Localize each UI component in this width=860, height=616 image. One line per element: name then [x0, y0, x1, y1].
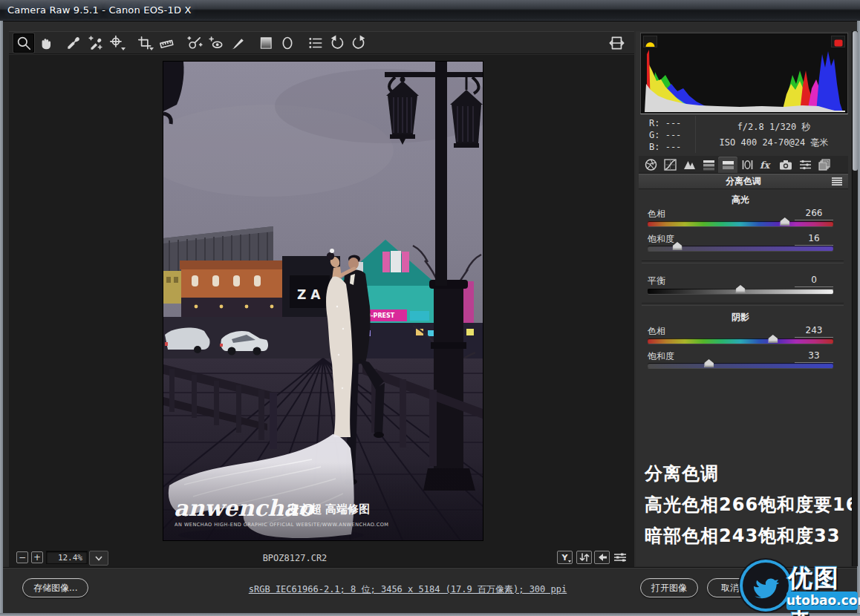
rgb-r: R: ---: [649, 117, 681, 129]
rotate-right-tool[interactable]: [348, 33, 369, 53]
highlight-hue-slider[interactable]: [648, 221, 833, 226]
utobao-bird-logo: [743, 563, 789, 609]
tab-presets[interactable]: [795, 157, 815, 173]
shadows-section-label: 阴影: [648, 311, 833, 324]
ruler-icon: [158, 35, 175, 51]
radial-filter-icon: [279, 35, 296, 51]
presets-icon: [798, 158, 812, 171]
tab-tone-curve[interactable]: [660, 157, 680, 173]
zoom-in-button[interactable]: +: [31, 551, 43, 563]
shadow-hue-slider[interactable]: [648, 338, 833, 344]
tab-split-toning[interactable]: [718, 157, 737, 173]
radial-filter-tool[interactable]: [277, 33, 298, 53]
red-eye-icon: [208, 35, 224, 51]
slider-value-field[interactable]: 33: [795, 350, 833, 363]
workflow-options-link[interactable]: sRGB IEC61966-2.1; 8 位; 3456 x 5184 (17.…: [249, 583, 567, 596]
zara-sign-text: ZA: [297, 287, 325, 302]
slider-value-field[interactable]: 0: [795, 275, 833, 287]
preferences-tool[interactable]: [305, 33, 326, 53]
snapshots-icon: [818, 158, 832, 171]
slider-value-field[interactable]: 16: [795, 233, 833, 246]
basic-aperture-icon: [644, 158, 658, 171]
adjustment-brush-tool[interactable]: [227, 33, 248, 53]
image-preview-area[interactable]: ZA WOOD-PREST: [9, 55, 634, 549]
panel-title: 分离色调: [639, 174, 848, 189]
window-border-bottom: [0, 613, 860, 616]
wedding-photo: ZA WOOD-PREST: [163, 62, 483, 540]
slider-label: 平衡: [648, 275, 665, 287]
exposure-line-1: f/2.8 1/320 秒: [704, 119, 844, 135]
annotation-line-3: 暗部色相243饱和度33: [645, 524, 841, 548]
slider-label: 饱和度: [648, 233, 674, 246]
highlight-clipping-button[interactable]: [831, 36, 845, 47]
zoom-level-caret[interactable]: [89, 551, 108, 566]
slider-value-field[interactable]: 266: [795, 208, 833, 220]
arrow-left-icon: [597, 553, 607, 562]
panel-scrollbar[interactable]: [852, 31, 858, 566]
preview-mode-button[interactable]: Y: [557, 551, 573, 564]
window-border-left: [0, 21, 3, 616]
rotate-left-tool[interactable]: [327, 33, 348, 53]
shadow-clipping-button[interactable]: [643, 36, 657, 47]
tab-snapshots[interactable]: [815, 157, 834, 173]
highlight-saturation-slider[interactable]: [648, 246, 833, 251]
hand-tool[interactable]: [35, 33, 56, 53]
tone-curve-icon: [663, 158, 677, 171]
highlights-section-label: 高光: [648, 194, 833, 206]
graduated-filter-tool[interactable]: [255, 33, 276, 53]
rotate-cw-icon: [351, 35, 367, 51]
group-separator: [642, 261, 844, 263]
rotate-ccw-icon: [329, 35, 345, 51]
chevron-down-icon: [95, 556, 102, 561]
tab-detail[interactable]: [680, 157, 699, 173]
targeted-adjustment-tool[interactable]: [106, 33, 127, 53]
tab-lens-corrections[interactable]: [737, 157, 757, 173]
tab-camera-calibration[interactable]: [776, 157, 795, 173]
panel-menu-icon[interactable]: [832, 177, 842, 186]
slider-label: 色相: [648, 208, 665, 220]
red-eye-removal-tool[interactable]: [206, 33, 227, 53]
white-balance-tool[interactable]: [63, 33, 84, 53]
photo-canvas[interactable]: ZA WOOD-PREST: [163, 62, 483, 540]
histogram[interactable]: [640, 33, 848, 114]
toggle-fullscreen[interactable]: [607, 33, 628, 53]
lens-icon: [740, 158, 755, 171]
dropdown-caret: [149, 47, 154, 50]
slider-row-highlight-hue: 色相 266: [648, 208, 833, 220]
slider-value-field[interactable]: 243: [795, 325, 833, 338]
copy-settings-button[interactable]: [594, 551, 610, 564]
annotation-line-2: 高光色相266饱和度要16: [645, 493, 859, 517]
slider-row-balance: 平衡 0: [648, 275, 833, 286]
group-separator: [642, 303, 844, 306]
zoom-out-button[interactable]: −: [16, 551, 28, 563]
scrollbar-thumb[interactable]: [853, 31, 858, 171]
footer-bar: 存储图像... sRGB IEC61966-2.1; 8 位; 3456 x 5…: [3, 569, 857, 613]
save-image-button[interactable]: 存储图像...: [22, 578, 88, 597]
brush-icon: [229, 35, 246, 51]
camera-icon: [778, 158, 793, 171]
color-sampler-icon: [87, 35, 103, 51]
open-image-button[interactable]: 打开图像: [640, 578, 698, 597]
tab-hsl-grayscale[interactable]: [699, 157, 718, 173]
crop-tool[interactable]: [134, 33, 155, 53]
annotation-line-1: 分离色调: [645, 462, 719, 485]
balance-slider[interactable]: [648, 289, 833, 294]
swap-before-after-button[interactable]: [576, 551, 592, 564]
tab-basic[interactable]: [641, 157, 660, 173]
dropdown-caret: [568, 560, 571, 563]
straighten-tool[interactable]: [156, 33, 177, 53]
shadow-saturation-slider[interactable]: [648, 363, 833, 368]
color-sampler-tool[interactable]: [85, 33, 105, 53]
photo-watermark-cn: 安文超 高端修图: [288, 502, 370, 516]
zoom-level-select[interactable]: 12.4%: [46, 551, 88, 564]
zoom-tool[interactable]: [13, 33, 34, 53]
preview-preferences-button[interactable]: [612, 551, 628, 564]
info-divider: [695, 116, 696, 153]
title-bar[interactable]: Camera Raw 9.5.1 - Canon EOS-1D X: [0, 0, 860, 22]
slider-row-highlight-saturation: 饱和度 16: [648, 233, 833, 245]
dropdown-caret: [121, 47, 126, 50]
tab-effects[interactable]: fx: [757, 157, 776, 173]
spot-removal-tool[interactable]: [184, 33, 205, 53]
panel-header: 分离色调: [639, 174, 848, 189]
view-bar: − + 12.4% BPOZ8127.CR2 Y: [9, 549, 634, 567]
